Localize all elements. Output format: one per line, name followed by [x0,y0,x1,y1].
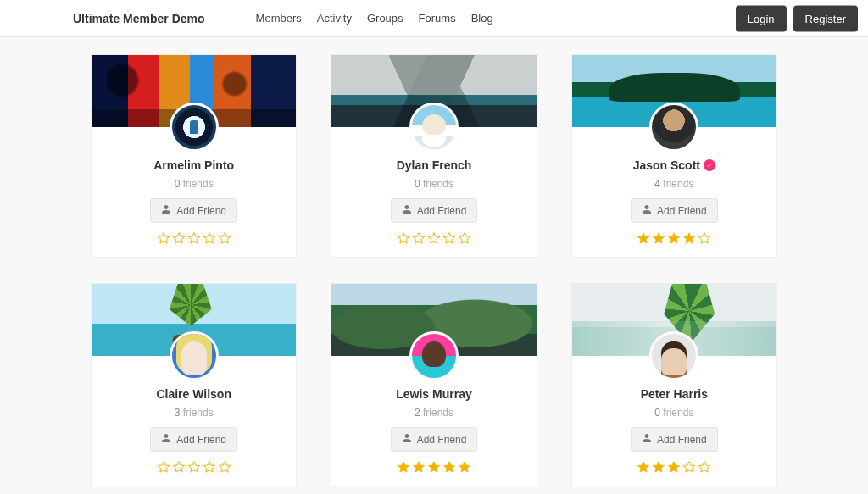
avatar[interactable] [409,103,459,152]
friends-count: 0 friends [572,407,776,419]
user-icon [642,204,652,217]
avatar[interactable] [170,331,219,380]
nav-blog[interactable]: Blog [471,12,493,25]
add-friend-label: Add Friend [417,205,467,217]
member-card: Peter Harris0 friendsAdd Friend [571,283,777,486]
user-icon [642,433,652,446]
star-icon [218,231,231,245]
add-friend-label: Add Friend [176,434,226,446]
rating-stars[interactable] [572,231,776,245]
star-icon [682,231,696,245]
member-name: Claire Wilson [156,387,231,401]
add-friend-button[interactable]: Add Friend [150,198,237,223]
member-name: Peter Harris [641,387,708,401]
friends-count: 4 friends [572,178,776,190]
rating-stars[interactable] [331,231,536,245]
user-icon [161,433,171,446]
friends-count: 2 friends [331,407,536,419]
member-card: Claire Wilson3 friendsAdd Friend [91,283,297,486]
user-icon [402,204,412,217]
add-friend-button[interactable]: Add Friend [391,427,478,452]
avatar[interactable] [170,103,219,152]
friends-count: 0 friends [331,178,536,190]
friends-label: friends [663,178,693,190]
friends-number: 0 [415,178,420,190]
star-icon [637,460,650,474]
member-card: Dylan French0 friendsAdd Friend [331,54,537,258]
star-icon [652,231,665,245]
add-friend-label: Add Friend [417,434,467,446]
add-friend-label: Add Friend [657,205,707,217]
site-brand[interactable]: Ultimate Member Demo [73,12,205,25]
member-name-row[interactable]: Armelim Pinto [153,158,234,172]
member-name: Dylan French [397,158,472,172]
member-name-row[interactable]: Claire Wilson [156,387,231,401]
nav-members[interactable]: Members [256,12,302,25]
star-icon [397,460,410,474]
star-icon [187,460,201,474]
rating-stars[interactable] [331,460,536,474]
star-icon [157,231,170,245]
star-icon [698,460,711,474]
star-icon [427,231,441,245]
login-button[interactable]: Login [736,5,787,31]
friends-label: friends [183,407,214,419]
member-name-row[interactable]: Dylan French [397,158,472,172]
add-friend-button[interactable]: Add Friend [391,198,478,223]
member-card: Jason Scott4 friendsAdd Friend [571,54,777,258]
star-icon [412,460,426,474]
auth-buttons: Login Register [736,5,858,31]
friends-label: friends [423,178,453,190]
members-grid: Armelim Pinto0 friendsAdd FriendDylan Fr… [91,54,777,486]
member-name: Jason Scott [633,158,700,172]
friends-label: friends [663,407,693,419]
friends-number: 2 [415,407,420,419]
friends-count: 0 friends [92,178,296,190]
user-icon [402,433,412,446]
friends-number: 0 [654,407,660,419]
star-icon [157,460,170,474]
avatar[interactable] [649,331,698,380]
star-icon [187,231,201,245]
star-icon [203,460,216,474]
star-icon [172,231,186,245]
nav-groups[interactable]: Groups [367,12,403,25]
member-name-row[interactable]: Lewis Murray [396,387,471,401]
member-name-row[interactable]: Peter Harris [641,387,708,401]
friends-label: friends [183,178,214,190]
avatar[interactable] [649,103,698,152]
add-friend-label: Add Friend [657,434,707,446]
nav-activity[interactable]: Activity [317,12,352,25]
friends-number: 3 [175,407,181,419]
star-icon [682,460,696,474]
star-icon [698,231,711,245]
verified-badge-icon [704,159,715,171]
star-icon [652,460,665,474]
member-name-row[interactable]: Jason Scott [633,158,715,172]
star-icon [397,231,410,245]
star-icon [203,231,216,245]
friends-number: 4 [654,178,660,190]
star-icon [442,460,456,474]
star-icon [412,231,426,245]
rating-stars[interactable] [572,460,776,474]
star-icon [458,460,471,474]
star-icon [172,460,186,474]
register-button[interactable]: Register [793,5,858,31]
rating-stars[interactable] [92,231,296,245]
friends-number: 0 [175,178,181,190]
rating-stars[interactable] [92,460,296,474]
main-nav: Members Activity Groups Forums Blog [256,12,493,25]
add-friend-button[interactable]: Add Friend [150,427,237,452]
star-icon [667,231,681,245]
star-icon [427,460,441,474]
member-card: Lewis Murray2 friendsAdd Friend [331,283,537,486]
avatar[interactable] [409,331,459,380]
add-friend-button[interactable]: Add Friend [631,198,718,223]
top-header: Ultimate Member Demo Members Activity Gr… [0,0,868,37]
nav-forums[interactable]: Forums [419,12,456,25]
star-icon [218,460,231,474]
add-friend-button[interactable]: Add Friend [631,427,718,452]
add-friend-label: Add Friend [176,205,226,217]
star-icon [637,231,650,245]
